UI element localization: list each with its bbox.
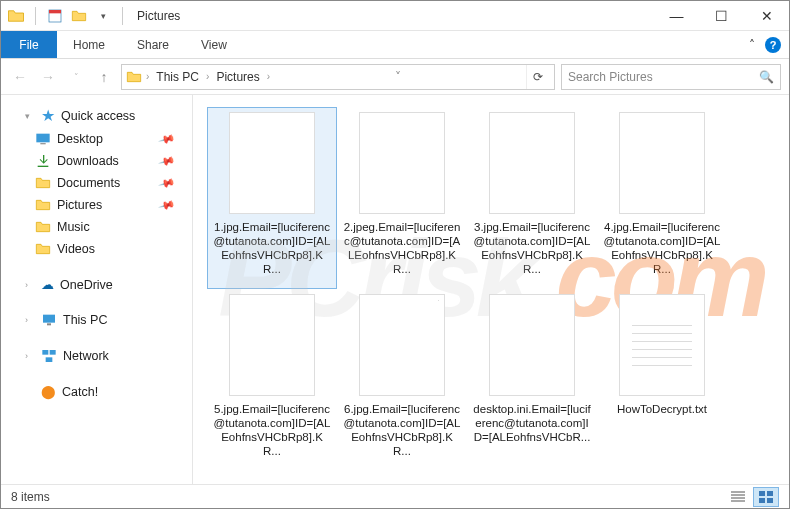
sidebar-item-music[interactable]: Music <box>7 216 192 238</box>
caret-down-icon: ▾ <box>25 111 35 121</box>
refresh-icon[interactable]: ⟳ <box>526 65 550 89</box>
sidebar-item-label: Downloads <box>57 154 119 168</box>
sidebar: ▾ ★ Quick access Desktop 📌 Downloads 📌 D… <box>1 95 193 484</box>
text-file-icon <box>619 294 705 396</box>
pin-icon: 📌 <box>158 152 177 170</box>
music-icon <box>35 219 51 235</box>
sidebar-network[interactable]: › Network <box>7 345 192 367</box>
svg-rect-9 <box>46 357 53 362</box>
documents-icon <box>35 175 51 191</box>
sidebar-quick-access[interactable]: ▾ ★ Quick access <box>7 103 192 128</box>
ribbon-collapse-icon[interactable]: ˄ <box>749 38 755 52</box>
up-button[interactable]: ↑ <box>93 66 115 88</box>
quick-access-group: ▾ ★ Quick access Desktop 📌 Downloads 📌 D… <box>7 103 192 260</box>
svg-rect-10 <box>759 491 765 496</box>
file-grid: 1.jpg.Email=[luciferenc@tutanota.com]ID=… <box>207 107 783 471</box>
blank-file-icon <box>229 112 315 214</box>
sidebar-catch[interactable]: ⬤ Catch! <box>7 381 192 402</box>
titlebar: ▾ Pictures — ☐ ✕ <box>1 1 789 31</box>
maximize-button[interactable]: ☐ <box>699 1 744 31</box>
file-item[interactable]: 1.jpg.Email=[luciferenc@tutanota.com]ID=… <box>207 107 337 289</box>
svg-rect-8 <box>50 350 56 355</box>
file-name: 6.jpg.Email=[luciferenc@tutanota.com]ID=… <box>343 402 461 458</box>
window-controls: — ☐ ✕ <box>654 1 789 31</box>
folder-icon <box>126 69 142 85</box>
breadcrumb-pictures[interactable]: Pictures <box>213 70 262 84</box>
help-icon[interactable]: ? <box>765 37 781 53</box>
tab-home[interactable]: Home <box>57 31 121 58</box>
sidebar-thispc[interactable]: › This PC <box>7 309 192 331</box>
tab-share[interactable]: Share <box>121 31 185 58</box>
details-view-button[interactable] <box>725 487 751 507</box>
svg-rect-11 <box>767 491 773 496</box>
separator <box>122 7 123 25</box>
file-name: desktop.ini.Email=[luciferenc@tutanota.c… <box>473 402 591 444</box>
search-input[interactable]: Search Pictures 🔍 <box>561 64 781 90</box>
chevron-right-icon[interactable]: › <box>267 71 270 82</box>
svg-rect-1 <box>49 10 61 13</box>
addr-dropdown-icon[interactable]: ˅ <box>386 65 410 89</box>
file-name: 5.jpg.Email=[luciferenc@tutanota.com]ID=… <box>213 402 331 458</box>
content-pane[interactable]: PCrisk.com 1.jpg.Email=[luciferenc@tutan… <box>193 95 789 484</box>
forward-button[interactable]: → <box>37 66 59 88</box>
file-item[interactable]: 4.jpg.Email=[luciferenc@tutanota.com]ID=… <box>597 107 727 289</box>
sidebar-onedrive[interactable]: › ☁ OneDrive <box>7 274 192 295</box>
chevron-right-icon[interactable]: › <box>146 71 149 82</box>
properties-icon[interactable] <box>46 7 64 25</box>
svg-rect-2 <box>36 134 49 143</box>
chevron-right-icon[interactable]: › <box>206 71 209 82</box>
sidebar-item-downloads[interactable]: Downloads 📌 <box>7 150 192 172</box>
file-name: 1.jpg.Email=[luciferenc@tutanota.com]ID=… <box>213 220 331 276</box>
blank-file-icon <box>489 112 575 214</box>
sidebar-item-pictures[interactable]: Pictures 📌 <box>7 194 192 216</box>
main-area: ▾ ★ Quick access Desktop 📌 Downloads 📌 D… <box>1 95 789 484</box>
search-placeholder: Search Pictures <box>568 70 653 84</box>
close-button[interactable]: ✕ <box>744 1 789 31</box>
tab-view[interactable]: View <box>185 31 243 58</box>
sidebar-item-documents[interactable]: Documents 📌 <box>7 172 192 194</box>
new-folder-icon[interactable] <box>70 7 88 25</box>
caret-icon: › <box>25 315 35 325</box>
back-button[interactable]: ← <box>9 66 31 88</box>
file-name: 2.jpeg.Email=[luciferenc@tutanota.com]ID… <box>343 220 461 276</box>
catch-icon: ⬤ <box>41 384 56 399</box>
ribbon: File Home Share View ˄ ? <box>1 31 789 59</box>
thumbnails-view-button[interactable] <box>753 487 779 507</box>
blank-file-icon <box>619 112 705 214</box>
caret-icon: › <box>25 280 35 290</box>
svg-rect-4 <box>38 166 49 167</box>
file-item[interactable]: 5.jpg.Email=[luciferenc@tutanota.com]ID=… <box>207 289 337 471</box>
desktop-icon <box>35 131 51 147</box>
sidebar-item-desktop[interactable]: Desktop 📌 <box>7 128 192 150</box>
minimize-button[interactable]: — <box>654 1 699 31</box>
sidebar-item-videos[interactable]: Videos <box>7 238 192 260</box>
network-icon <box>41 348 57 364</box>
sidebar-item-label: Catch! <box>62 385 98 399</box>
blank-file-icon <box>229 294 315 396</box>
file-item[interactable]: 3.jpg.Email=[luciferenc@tutanota.com]ID=… <box>467 107 597 289</box>
file-item[interactable]: 2.jpeg.Email=[luciferenc@tutanota.com]ID… <box>337 107 467 289</box>
file-name: HowToDecrypt.txt <box>603 402 721 416</box>
file-item[interactable]: 6.jpg.Email=[luciferenc@tutanota.com]ID=… <box>337 289 467 471</box>
videos-icon <box>35 241 51 257</box>
breadcrumb-thispc[interactable]: This PC <box>153 70 202 84</box>
file-tab[interactable]: File <box>1 31 57 58</box>
blank-file-icon <box>359 294 445 396</box>
file-item[interactable]: HowToDecrypt.txt <box>597 289 727 471</box>
thispc-icon <box>41 312 57 328</box>
sidebar-item-label: Network <box>63 349 109 363</box>
file-item[interactable]: desktop.ini.Email=[luciferenc@tutanota.c… <box>467 289 597 471</box>
navigation-row: ← → ˅ ↑ › This PC › Pictures › ˅ ⟳ Searc… <box>1 59 789 95</box>
svg-rect-6 <box>47 323 51 325</box>
separator <box>35 7 36 25</box>
view-switcher <box>725 487 779 507</box>
status-text: 8 items <box>11 490 50 504</box>
downloads-icon <box>35 153 51 169</box>
qat-dropdown-icon[interactable]: ▾ <box>94 7 112 25</box>
address-bar[interactable]: › This PC › Pictures › ˅ ⟳ <box>121 64 555 90</box>
sidebar-item-label: OneDrive <box>60 278 113 292</box>
pictures-icon <box>35 197 51 213</box>
svg-rect-12 <box>759 498 765 503</box>
recent-dropdown-icon[interactable]: ˅ <box>65 66 87 88</box>
svg-rect-3 <box>40 143 45 144</box>
